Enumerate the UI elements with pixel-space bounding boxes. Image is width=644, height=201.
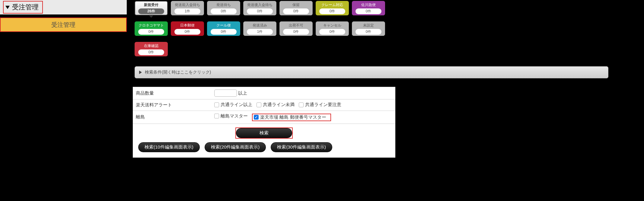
status-tab-count: 0件 — [319, 8, 345, 14]
search-buttons: 検索 検索(10件編集画面表示) 検索(20件編集画面表示) 検索(30件編集画… — [133, 124, 395, 158]
status-tab-count: 0件 — [355, 29, 381, 35]
status-tab-label: 出荷不可 — [289, 23, 303, 28]
status-tab-count: 0件 — [283, 8, 309, 14]
status-tab-9[interactable]: クール便0件 — [207, 21, 240, 36]
search-button-row: 検索(10件編集画面表示) 検索(20件編集画面表示) 検索(30件編集画面表示… — [133, 142, 395, 152]
search-10-button[interactable]: 検索(10件編集画面表示) — [138, 142, 200, 152]
qty-cell: 以上 — [211, 87, 395, 99]
checkbox-icon — [214, 114, 219, 118]
status-tab-count: 1件 — [247, 29, 273, 35]
status-tab-1[interactable]: 発送前入金待ち1件 — [171, 1, 204, 15]
checkbox-icon — [214, 102, 219, 107]
rakuten-island-highlight: ✓ 楽天市場 離島 郵便番号マスター — [252, 114, 331, 121]
qty-suffix: 以上 — [238, 90, 247, 96]
status-tab-10[interactable]: 発送済み1件 — [243, 21, 276, 36]
status-tab-label: クール便 — [216, 23, 231, 28]
island-cell: 離島マスター ✓ 楽天市場 離島 郵便番号マスター — [211, 111, 395, 124]
search-button[interactable]: 検索 — [236, 128, 292, 138]
search-20-button[interactable]: 検索(20件編集画面表示) — [205, 142, 266, 152]
alert-checkbox-2[interactable]: 共通ライン未満 — [257, 102, 295, 108]
search-bar-label: 検索条件(開く時はここをクリック) — [145, 70, 211, 74]
status-tab-label: クレーム対応 — [321, 2, 343, 8]
status-tab-count: 0件 — [174, 29, 200, 35]
alert-label-2: 共通ライン未満 — [263, 102, 295, 108]
main-search-wrap: 検索 — [133, 127, 395, 139]
qty-label: 商品数量 — [133, 87, 211, 99]
status-tab-3[interactable]: 発送後入金待ち0件 — [243, 1, 276, 15]
status-tab-label: キャンセル — [323, 23, 341, 28]
status-tab-count: 0件 — [319, 29, 345, 35]
status-tab-count: 0件 — [247, 8, 273, 14]
alert-checkbox-3[interactable]: 共通ライン要注意 — [299, 102, 341, 108]
status-tab-count: 0件 — [283, 29, 309, 35]
alert-checkbox-1[interactable]: 共通ライン以上 — [214, 102, 252, 108]
status-tab-label: 保留 — [292, 2, 300, 8]
status-tab-label: 日本郵便 — [180, 23, 195, 28]
status-tab-12[interactable]: キャンセル0件 — [316, 21, 349, 36]
filter-row-island: 離島 離島マスター ✓ 楽天市場 離島 郵便番号マスター — [133, 111, 395, 124]
rakuten-alert-label: 楽天送料アラート — [133, 99, 211, 111]
status-tab-0[interactable]: 新規受付26件 — [135, 1, 168, 15]
status-tab-label: 新規受付 — [144, 2, 158, 8]
status-tab-2[interactable]: 発送待ち0件 — [207, 1, 240, 15]
sidebar-header: 受注管理 — [0, 0, 127, 14]
filter-row-rakuten-alert: 楽天送料アラート 共通ライン以上 共通ライン未満 共通ライン要注意 — [133, 99, 395, 111]
status-tab-count: 0件 — [211, 29, 237, 35]
island-master-checkbox[interactable]: 離島マスター — [214, 113, 248, 119]
status-tabs: 新規受付26件発送前入金待ち1件発送待ち0件発送後入金待ち0件保留0件クレーム対… — [133, 0, 640, 57]
status-tab-11[interactable]: 出荷不可0件 — [279, 21, 313, 36]
status-tab-label: 未設定 — [363, 23, 374, 28]
sidebar-header-label: 受注管理 — [12, 3, 39, 12]
status-tab-label: 発送後入金待ち — [247, 2, 273, 8]
status-tab-4[interactable]: 保留0件 — [279, 1, 313, 15]
checkbox-icon — [299, 102, 304, 107]
qty-input[interactable] — [214, 90, 237, 97]
sidebar-header-box[interactable]: 受注管理 — [3, 1, 43, 14]
status-tab-8[interactable]: 日本郵便0件 — [171, 21, 204, 36]
triangle-right-icon — [139, 71, 142, 74]
status-tab-label: 発送前入金待ち — [175, 2, 200, 8]
status-tab-label: 佐川急便 — [361, 2, 376, 8]
search-conditions-bar[interactable]: 検索条件(開く時はここをクリック) — [135, 66, 608, 78]
island-master-label: 離島マスター — [221, 113, 248, 119]
alert-label-1: 共通ライン以上 — [221, 102, 252, 108]
rakuten-island-label: 楽天市場 離島 郵便番号マスター — [260, 115, 326, 120]
status-tab-count: 0件 — [211, 8, 237, 14]
status-tab-label: 発送済み — [253, 23, 267, 28]
status-tab-label: 発送待ち — [216, 2, 231, 8]
status-tab-14[interactable]: 在庫確認0件 — [135, 42, 168, 56]
status-tab-count: 26件 — [138, 8, 164, 14]
status-tab-6[interactable]: 佐川急便0件 — [352, 1, 385, 15]
rakuten-island-checkbox[interactable]: ✓ 楽天市場 離島 郵便番号マスター — [254, 115, 326, 120]
status-tab-label: 在庫確認 — [144, 43, 158, 49]
checkbox-icon — [257, 102, 261, 107]
alert-label-3: 共通ライン要注意 — [305, 102, 341, 108]
status-tab-5[interactable]: クレーム対応0件 — [316, 1, 349, 15]
status-tab-count: 1件 — [174, 8, 200, 14]
search-30-button[interactable]: 検索(30件編集画面表示) — [271, 142, 332, 152]
status-tab-count: 0件 — [355, 8, 381, 14]
status-tab-count: 0件 — [138, 49, 164, 55]
sidebar: 受注管理 受注管理 — [0, 0, 127, 32]
rakuten-alert-cell: 共通ライン以上 共通ライン未満 共通ライン要注意 — [211, 99, 395, 111]
sidebar-item-label: 受注管理 — [51, 21, 75, 29]
status-tab-count: 0件 — [138, 29, 164, 35]
triangle-down-icon — [5, 6, 10, 9]
filter-row-qty: 商品数量 以上 — [133, 87, 395, 99]
main-search-highlight: 検索 — [235, 127, 293, 139]
main-content: 新規受付26件発送前入金待ち1件発送待ち0件発送後入金待ち0件保留0件クレーム対… — [133, 0, 640, 158]
status-tab-7[interactable]: クロネコヤマト0件 — [135, 21, 168, 36]
status-tab-label: クロネコヤマト — [139, 23, 164, 28]
status-tab-13[interactable]: 未設定0件 — [352, 21, 385, 36]
island-label: 離島 — [133, 111, 211, 124]
checkbox-checked-icon: ✓ — [254, 115, 259, 120]
sidebar-item-order-mgmt[interactable]: 受注管理 — [0, 17, 127, 32]
filter-table: 商品数量 以上 楽天送料アラート 共通ライン以上 共通ライン未満 共通ライン — [133, 87, 395, 124]
